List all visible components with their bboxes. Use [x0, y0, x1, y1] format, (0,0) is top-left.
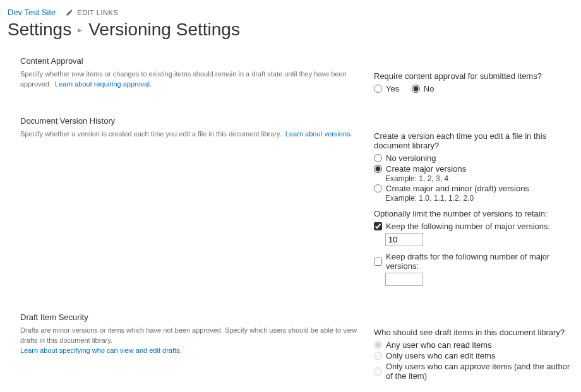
keep-major-input[interactable] [385, 233, 423, 246]
version-none-option[interactable]: No versioning [374, 153, 573, 163]
edit-links-label: EDIT LINKS [77, 9, 118, 16]
draft-read-radio [374, 341, 382, 349]
pencil-icon [66, 9, 73, 16]
approval-no-radio[interactable] [412, 85, 420, 93]
chevron-right-icon: ▸ [78, 25, 82, 35]
content-approval-desc: Specify whether new items or changes to … [20, 69, 364, 90]
approval-yes-label: Yes [386, 84, 399, 93]
draft-security-title: Draft Item Security [20, 312, 364, 322]
keep-drafts-input[interactable] [385, 273, 423, 286]
keep-major-label: Keep the following number of major versi… [386, 222, 550, 231]
site-link[interactable]: Dev Test Site [8, 8, 56, 17]
approval-yes-option[interactable]: Yes [374, 83, 399, 94]
draft-approve-radio [374, 367, 382, 376]
learn-approval-link[interactable]: Learn about requiring approval. [55, 80, 152, 88]
draft-question: Who should see draft items in this docum… [374, 328, 573, 337]
keep-major-option[interactable]: Keep the following number of major versi… [374, 221, 573, 232]
version-minor-label: Create major and minor (draft) versions [386, 184, 529, 193]
page-title: Versioning Settings [88, 20, 240, 40]
version-minor-option[interactable]: Create major and minor (draft) versions [374, 183, 573, 194]
keep-drafts-label: Keep drafts for the following number of … [386, 252, 573, 271]
draft-approve-label: Only users who can approve items (and th… [386, 362, 573, 381]
keep-major-checkbox[interactable] [374, 222, 382, 230]
approval-question: Require content approval for submitted i… [374, 71, 573, 81]
version-minor-example: Example: 1.0, 1.1, 1.2, 2.0 [374, 194, 573, 203]
edit-links-button[interactable]: EDIT LINKS [66, 9, 118, 16]
draft-approve-option: Only users who can approve items (and th… [374, 361, 573, 381]
limit-heading: Optionally limit the number of versions … [374, 209, 573, 218]
draft-edit-radio [374, 352, 382, 360]
draft-edit-option: Only users who can edit items [374, 350, 573, 361]
version-major-example: Example: 1, 2, 3, 4 [374, 174, 573, 183]
draft-read-option: Any user who can read items [374, 340, 573, 350]
keep-drafts-option[interactable]: Keep drafts for the following number of … [374, 251, 573, 271]
version-major-label: Create major versions [386, 164, 466, 174]
version-history-title: Document Version History [20, 116, 364, 126]
learn-drafts-link[interactable]: Learn about specifying who can view and … [20, 347, 182, 354]
version-major-option[interactable]: Create major versions [374, 163, 573, 174]
breadcrumb-parent[interactable]: Settings [8, 20, 71, 40]
breadcrumb: Settings ▸ Versioning Settings [8, 18, 573, 51]
version-history-desc: Specify whether a version is created eac… [20, 129, 364, 140]
draft-security-desc: Drafts are minor versions or items which… [20, 326, 364, 356]
approval-yes-radio[interactable] [374, 85, 382, 93]
version-major-radio[interactable] [374, 165, 382, 173]
version-none-radio[interactable] [374, 154, 382, 162]
learn-versions-link[interactable]: Learn about versions. [285, 130, 352, 138]
content-approval-title: Content Approval [20, 56, 364, 66]
version-minor-radio[interactable] [374, 184, 382, 193]
version-none-label: No versioning [386, 153, 436, 163]
version-question: Create a version each time you edit a fi… [374, 131, 573, 150]
keep-drafts-checkbox[interactable] [374, 258, 382, 266]
draft-read-label: Any user who can read items [386, 340, 492, 350]
draft-edit-label: Only users who can edit items [386, 351, 495, 360]
approval-no-option[interactable]: No [412, 83, 434, 94]
approval-no-label: No [424, 84, 434, 93]
